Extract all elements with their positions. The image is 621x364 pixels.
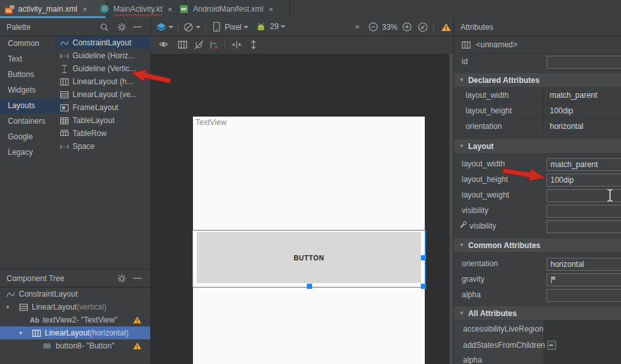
tab-mainactivity-kt[interactable]: K MainActivity.kt × — [95, 0, 186, 18]
orientation-icon[interactable] — [178, 40, 187, 49]
resize-handle-right[interactable] — [421, 255, 426, 260]
svg-text:×: × — [214, 44, 218, 50]
common-attributes-section-header[interactable]: ▼ Common Attributes — [454, 238, 621, 252]
zoom-to-fit-button[interactable] — [418, 22, 428, 32]
hide-panel-icon[interactable] — [133, 277, 142, 279]
layers-select-button[interactable] — [156, 22, 174, 32]
palette-item-tablerow[interactable]: TableRow — [56, 127, 155, 140]
gravity-input[interactable] — [547, 273, 621, 286]
hide-panel-icon[interactable] — [133, 26, 142, 28]
palette-item-guideline-horizontal[interactable]: Guideline (Horiz... — [56, 49, 155, 62]
tree-node-button8[interactable]: button8- "Button" — [0, 339, 150, 352]
device-select-button[interactable]: Pixel — [213, 21, 249, 32]
editor-tab-bar: <> activity_main.xml × K MainActivity.kt… — [0, 0, 621, 19]
device-canvas[interactable]: TextView BUTTON — [193, 117, 425, 364]
api-select-button[interactable]: 29 — [256, 22, 286, 31]
alpha-input[interactable] — [547, 289, 621, 302]
constraintlayout-icon — [6, 288, 15, 301]
palette-item-linearlayout-vertical[interactable]: LinearLayout (ve... — [56, 88, 155, 101]
constraintlayout-icon — [60, 39, 69, 47]
layout-height-input[interactable]: 100dip — [547, 174, 621, 187]
chevron-down-icon — [196, 26, 201, 28]
id-input[interactable] — [547, 56, 621, 69]
tab-androidmanifest-xml[interactable]: MF AndroidManifest.xml × — [175, 0, 290, 18]
orientation-input[interactable]: horizontal — [547, 258, 621, 271]
toolbar-overflow-chevrons[interactable]: » — [355, 21, 359, 31]
id-attribute-row: id — [454, 53, 621, 73]
attributes-header: Attributes — [454, 18, 621, 36]
palette-category-text[interactable]: Text — [0, 51, 63, 67]
attr-row-alpha[interactable]: alpha — [454, 353, 621, 364]
indeterminate-checkbox[interactable] — [547, 341, 556, 350]
resize-handle-bottom[interactable] — [307, 284, 312, 289]
linearlayout-horizontal-icon — [60, 78, 69, 86]
warning-icon — [441, 23, 451, 32]
zoom-in-button[interactable] — [402, 22, 412, 32]
linearlayout-horizontal-icon — [462, 41, 471, 49]
autoconnect-off-icon[interactable] — [194, 40, 204, 50]
tools-visibility-input[interactable] — [547, 220, 621, 233]
tree-node-linearlayout-vertical[interactable]: ▼ LinearLayout(vertical) — [0, 301, 150, 313]
selection-rect — [192, 230, 425, 288]
tab-activity-main-xml[interactable]: <> activity_main.xml × — [0, 0, 106, 18]
palette-item-tablelayout[interactable]: TableLayout — [56, 114, 155, 127]
gear-icon[interactable] — [117, 274, 126, 283]
palette-item-list: ConstraintLayout Guideline (Horiz... Gui… — [56, 36, 151, 269]
layers-icon — [156, 22, 166, 32]
palette-category-layouts[interactable]: Layouts — [0, 98, 63, 113]
layout-section-header[interactable]: ▼ Layout — [454, 139, 621, 153]
palette-item-constraintlayout[interactable]: ConstraintLayout — [56, 36, 155, 49]
design-surface[interactable]: TextView BUTTON — [151, 54, 453, 364]
palette-category-legacy[interactable]: Legacy — [0, 144, 63, 160]
tree-node-linearlayout-horizontal[interactable]: ▼ LinearLayout(horizontal) — [0, 326, 150, 339]
tree-node-textview2[interactable]: Ab textView2- "TextView" — [0, 313, 150, 326]
attr-row-orientation[interactable]: orientation horizontal — [454, 119, 621, 134]
palette-panel: Palette Common Text Buttons Widgets Layo… — [0, 18, 151, 364]
component-tree-panel: Component Tree ConstraintLayout ▼ Linear… — [0, 269, 150, 364]
attr-row-layout-width[interactable]: layout_width match_parent — [454, 87, 621, 103]
palette-header: Palette — [0, 18, 150, 36]
zoom-out-button[interactable] — [368, 22, 378, 32]
close-icon[interactable]: × — [82, 5, 87, 14]
close-icon[interactable]: × — [269, 5, 274, 14]
palette-item-space[interactable]: Space — [56, 140, 155, 153]
attr-row-addstatesfromchildren[interactable]: addStatesFromChildren — [454, 337, 621, 353]
kotlin-file-icon: K — [100, 5, 109, 14]
declared-attributes-section-header[interactable]: ▼ Declared Attributes — [454, 73, 621, 87]
layout-weight-input[interactable] — [547, 189, 621, 202]
all-attributes-section-header[interactable]: ▼ All Attributes — [454, 306, 621, 320]
view-options-button[interactable] — [159, 40, 168, 49]
palette-item-guideline-vertical[interactable]: Guideline (Vertic... — [56, 62, 155, 75]
textview-icon: Ab — [30, 313, 40, 326]
palette-category-google[interactable]: Google — [0, 129, 63, 144]
device-label: Pixel — [225, 23, 242, 32]
collapse-arrow-icon[interactable]: ▼ — [5, 301, 10, 313]
gear-icon[interactable] — [117, 23, 126, 32]
resize-handle-bottom-right[interactable] — [421, 284, 426, 289]
space-icon — [60, 142, 69, 151]
palette-item-framelayout[interactable]: FrameLayout — [56, 101, 155, 114]
expand-vertical-icon[interactable] — [249, 40, 258, 50]
clear-constraints-icon[interactable]: × — [209, 40, 220, 50]
default-margins-icon[interactable] — [231, 40, 242, 49]
palette-category-buttons[interactable]: Buttons — [0, 67, 63, 82]
palette-item-linearlayout-horizontal[interactable]: LinearLayout (h... — [56, 75, 155, 88]
attr-row-accessibilityliveregion[interactable]: accessibilityLiveRegion — [454, 321, 621, 337]
layout-width-input[interactable]: match_parent — [547, 158, 621, 171]
collapse-arrow-icon[interactable]: ▼ — [18, 326, 23, 339]
tree-node-constraintlayout[interactable]: ConstraintLayout — [0, 288, 150, 301]
visibility-input[interactable] — [547, 205, 621, 218]
palette-category-common[interactable]: Common — [0, 36, 63, 51]
theme-select-button[interactable] — [183, 22, 201, 32]
close-icon[interactable]: × — [168, 5, 173, 14]
attr-row-layout-height[interactable]: layout_height 100dip — [454, 103, 621, 119]
layout-editor-actions-toolbar: × — [151, 36, 453, 54]
design-toolbar: Pixel 29 » 33% — [151, 18, 453, 36]
chevron-down-icon — [280, 25, 286, 28]
warning-count-button[interactable] — [441, 23, 451, 32]
tab-label: MainActivity.kt — [113, 5, 163, 14]
canvas-textview[interactable]: TextView — [196, 118, 227, 127]
search-icon[interactable] — [100, 23, 109, 32]
palette-category-containers[interactable]: Containers — [0, 113, 63, 129]
palette-category-widgets[interactable]: Widgets — [0, 82, 63, 98]
